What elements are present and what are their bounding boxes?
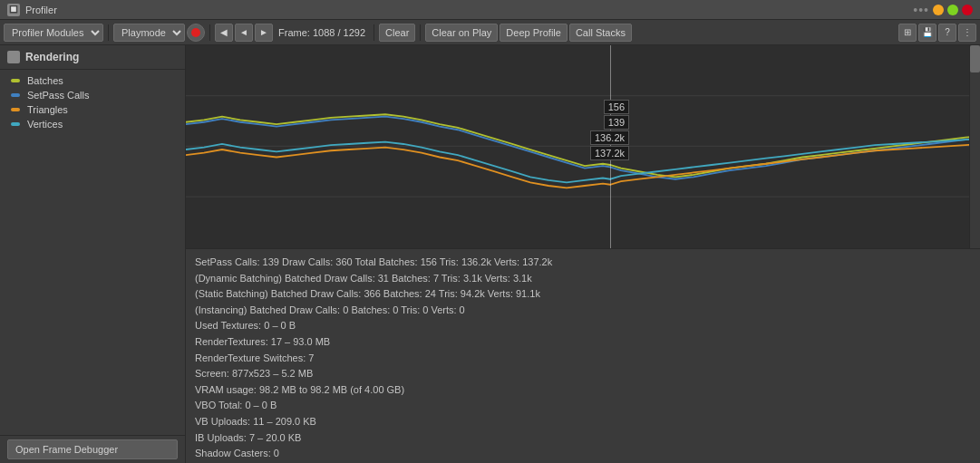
legend-label-triangles: Triangles <box>27 104 68 115</box>
stats-line-1: (Dynamic Batching) Batched Draw Calls: 3… <box>195 271 971 287</box>
title-bar: 🔲 Profiler ••• <box>0 0 980 20</box>
close-button[interactable] <box>962 5 973 15</box>
separator-2 <box>209 24 210 41</box>
rendering-icon <box>7 51 20 63</box>
legend-item-batches[interactable]: Batches <box>0 73 185 88</box>
legend-item-setpass[interactable]: SetPass Calls <box>0 88 185 102</box>
sidebar-section-rendering: Rendering <box>0 45 185 70</box>
chart-scrollbar[interactable] <box>969 45 980 248</box>
legend-item-vertices[interactable]: Vertices <box>0 117 185 131</box>
separator-4 <box>420 24 421 41</box>
clear-on-play-button[interactable]: Clear on Play <box>425 24 498 42</box>
toolbar-right: ⊞ 💾 ? ⋮ <box>898 24 976 42</box>
profiler-chart <box>186 45 980 248</box>
save-icon-button[interactable]: 💾 <box>918 24 936 42</box>
step-next-button[interactable]: ► <box>255 24 273 42</box>
layout-icon-button[interactable]: ⊞ <box>898 24 917 42</box>
legend-dot-batches <box>11 79 20 82</box>
profiler-modules-select[interactable]: Profiler Modules <box>4 24 103 42</box>
stats-line-0: SetPass Calls: 139 Draw Calls: 360 Total… <box>195 255 971 271</box>
stats-line-3: (Instancing) Batched Draw Calls: 0 Batch… <box>195 303 971 319</box>
window-title: Profiler <box>25 5 57 15</box>
chart-area[interactable]: 156 139 136.2k 137.2k <box>186 45 980 248</box>
legend-dot-setpass <box>11 93 20 97</box>
title-bar-controls: ••• <box>913 3 973 17</box>
clear-button[interactable]: Clear <box>379 24 415 42</box>
legend-label-batches: Batches <box>27 75 63 86</box>
stats-line-9: VBO Total: 0 – 0 B <box>195 398 971 414</box>
deep-profile-button[interactable]: Deep Profile <box>500 24 568 42</box>
legend-dot-vertices <box>11 122 20 126</box>
legend-list: Batches SetPass Calls Triangles Vertices <box>0 70 185 135</box>
more-options-button[interactable]: ⋮ <box>958 24 976 42</box>
stats-line-12: Shadow Casters: 0 <box>195 446 971 462</box>
stats-line-8: VRAM usage: 98.2 MB to 98.2 MB (of 4.00 … <box>195 382 971 399</box>
stats-line-6: RenderTexture Switches: 7 <box>195 351 971 367</box>
separator-1 <box>108 24 109 41</box>
maximize-button[interactable] <box>947 5 958 15</box>
stats-line-5: RenderTextures: 17 – 93.0 MB <box>195 334 971 351</box>
frame-label: Frame: 1088 / 1292 <box>275 27 369 38</box>
tooltip-val2: 139 <box>604 115 629 130</box>
stats-line-10: VB Uploads: 11 – 209.0 KB <box>195 414 971 430</box>
main-content: Rendering Batches SetPass Calls Triangle… <box>0 45 980 463</box>
legend-label-vertices: Vertices <box>27 119 63 130</box>
profiler-icon: 🔲 <box>7 4 20 16</box>
scrollbar-thumb[interactable] <box>970 45 980 72</box>
stats-panel: SetPass Calls: 139 Draw Calls: 360 Total… <box>186 248 980 463</box>
separator-3 <box>374 24 374 41</box>
record-button[interactable] <box>187 24 205 42</box>
title-dots: ••• <box>913 3 929 17</box>
playmode-select[interactable]: Playmode <box>113 24 185 42</box>
stats-line-4: Used Textures: 0 – 0 B <box>195 318 971 334</box>
step-back-button[interactable]: ◀ <box>215 24 233 42</box>
tooltip-val3: 136.2k <box>590 130 629 145</box>
tooltip-val4: 137.2k <box>590 146 629 160</box>
stats-line-7: Screen: 877x523 – 5.2 MB <box>195 366 971 382</box>
sidebar-bottom: Open Frame Debugger <box>0 435 185 463</box>
step-prev-button[interactable]: ◄ <box>235 24 253 42</box>
stats-line-2: (Static Batching) Batched Draw Calls: 36… <box>195 286 971 303</box>
toolbar: Profiler Modules Playmode ◀ ◄ ► Frame: 1… <box>0 20 980 45</box>
chart-tooltip: 156 139 136.2k 137.2k <box>590 100 629 160</box>
legend-dot-triangles <box>11 108 20 111</box>
stats-line-11: IB Uploads: 7 – 20.0 KB <box>195 430 971 447</box>
legend-item-triangles[interactable]: Triangles <box>0 102 185 117</box>
title-bar-left: 🔲 Profiler <box>7 4 57 16</box>
sidebar: Rendering Batches SetPass Calls Triangle… <box>0 45 186 463</box>
tooltip-val1: 156 <box>604 100 629 114</box>
minimize-button[interactable] <box>933 5 944 15</box>
call-stacks-button[interactable]: Call Stacks <box>569 24 632 42</box>
sidebar-section-title-text: Rendering <box>25 51 79 63</box>
record-icon <box>191 28 200 37</box>
open-frame-debugger-button[interactable]: Open Frame Debugger <box>7 439 178 459</box>
help-icon-button[interactable]: ? <box>938 24 956 42</box>
legend-label-setpass: SetPass Calls <box>27 90 89 101</box>
